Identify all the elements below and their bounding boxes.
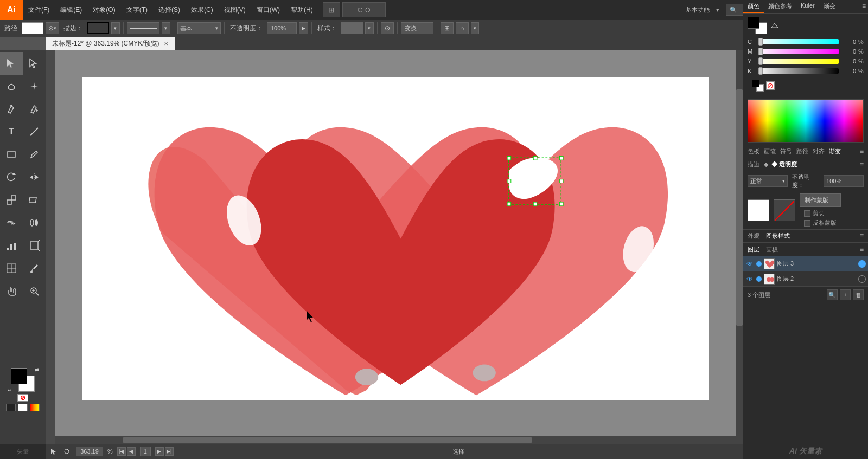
next-page-btn[interactable]: ▶	[155, 447, 164, 456]
pencil-tool-btn[interactable]	[23, 143, 46, 166]
c-slider[interactable]	[758, 39, 839, 44]
tab-brush[interactable]: 画笔	[764, 147, 776, 156]
tab-kuler[interactable]: Kuler	[796, 0, 819, 13]
layer2-lock[interactable]	[848, 275, 856, 283]
appear-panel-menu-btn[interactable]: ≡	[860, 232, 864, 240]
column-chart-btn[interactable]	[0, 234, 23, 257]
arrange-icon-btn[interactable]: ⊞	[441, 22, 454, 34]
opacity-input[interactable]: 100%	[824, 175, 864, 187]
tab-path[interactable]: 路径	[796, 147, 808, 156]
tab-align[interactable]: 对齐	[813, 147, 825, 156]
y-slider[interactable]	[758, 59, 839, 64]
document-tab[interactable]: 未标题-12* @ 363.19% (CMYK/预览) ✕	[46, 37, 175, 50]
direct-select-tool-btn[interactable]	[23, 52, 46, 75]
zoom-level-box[interactable]: 363.19	[76, 447, 103, 456]
tab-color-ref[interactable]: 颜色参考	[764, 0, 796, 13]
tab-graphic-styles[interactable]: 图形样式	[766, 232, 790, 240]
layers-panel-menu-btn[interactable]: ≡	[860, 245, 864, 254]
tab-color[interactable]: 颜色	[743, 0, 764, 13]
magic-wand-tool-btn[interactable]	[23, 75, 46, 98]
zoom-btn[interactable]	[23, 280, 46, 302]
menu-help[interactable]: 帮助(H)	[285, 0, 318, 20]
page-number-box[interactable]: 1	[140, 447, 151, 456]
tab-layers[interactable]: 图层	[748, 245, 760, 254]
menu-effect[interactable]: 效果(C)	[186, 0, 219, 20]
foreground-swatch[interactable]	[11, 368, 27, 384]
stroke-color-box[interactable]	[87, 22, 109, 34]
gradient-swatch[interactable]	[30, 404, 40, 411]
none-color-swatch[interactable]: ⊘	[766, 81, 775, 90]
slice-btn[interactable]	[0, 257, 23, 280]
h-scroll-thumb[interactable]	[123, 437, 531, 443]
menu-select[interactable]: 选择(S)	[153, 0, 186, 20]
add-anchor-tool-btn[interactable]	[23, 98, 46, 120]
menu-type[interactable]: 文字(T)	[121, 0, 153, 20]
menu-file[interactable]: 文件(F)	[23, 0, 55, 20]
style-box[interactable]	[341, 22, 363, 34]
pen-tool-btn[interactable]	[0, 98, 23, 120]
warp-tool-btn[interactable]	[0, 211, 23, 234]
line-tool-btn[interactable]	[23, 120, 46, 143]
vertical-scrollbar[interactable]	[736, 50, 743, 444]
eyedropper-btn[interactable]	[23, 257, 46, 280]
canvas-area[interactable]	[55, 50, 736, 444]
horizontal-scrollbar[interactable]	[55, 436, 736, 444]
opacity-value[interactable]: 100%	[267, 22, 297, 34]
extension-btn[interactable]: ⊞	[323, 2, 340, 17]
tab-gradient-top[interactable]: 渐变	[819, 0, 840, 13]
transparency-toggle[interactable]: ◆ 透明度	[771, 160, 797, 169]
c-thumb[interactable]	[758, 38, 763, 46]
v-scroll-thumb[interactable]	[736, 89, 743, 326]
transform-box[interactable]: 变换	[401, 22, 433, 34]
prev-page-btn[interactable]: ◀	[127, 447, 136, 456]
last-page-btn[interactable]: ▶|	[165, 447, 174, 456]
layer2-visibility-btn[interactable]: 👁	[745, 275, 754, 283]
search-layer-btn[interactable]: 🔍	[827, 289, 838, 300]
arrange-options-btn[interactable]: ▾	[471, 22, 479, 34]
tab-symbol[interactable]: 符号	[780, 147, 792, 156]
black-color-swatch[interactable]	[752, 80, 760, 87]
blend-mode-dropdown[interactable]: 正常 ▾	[748, 175, 788, 187]
fg-color-box[interactable]	[748, 17, 760, 29]
layer3-lock[interactable]	[848, 260, 856, 268]
tab-appearance[interactable]: 外观	[748, 232, 760, 240]
k-slider[interactable]	[758, 68, 839, 74]
rect-tool-btn[interactable]	[0, 143, 23, 166]
tab-swatch[interactable]: 色板	[748, 147, 760, 156]
opacity-stepper[interactable]: ▶	[299, 22, 308, 34]
none-swatch[interactable]: ⊘	[17, 394, 28, 402]
invert-checkbox[interactable]	[804, 220, 810, 227]
color-spectrum[interactable]	[748, 99, 864, 143]
style-options-btn[interactable]: ▾	[365, 22, 374, 34]
fill-options-btn[interactable]: ⊘ ▾	[46, 22, 59, 34]
layer3-target[interactable]	[858, 260, 866, 268]
type-tool-btn[interactable]: T	[0, 120, 23, 143]
y-thumb[interactable]	[758, 57, 763, 65]
arrange-btn[interactable]: ⬡ ⬡	[342, 2, 386, 17]
add-layer-btn[interactable]: +	[840, 289, 851, 300]
mask-white-swatch[interactable]	[748, 199, 769, 221]
trans-panel-menu-btn[interactable]: ≡	[860, 161, 864, 169]
tab-close-btn[interactable]: ✕	[164, 41, 168, 47]
mask-none-swatch[interactable]	[774, 199, 795, 221]
stroke-options-btn[interactable]: ▾	[111, 22, 120, 34]
layer-row-2[interactable]: 👁 图层 2	[743, 271, 868, 287]
black-swatch[interactable]	[6, 404, 16, 411]
stroke-style-preview[interactable]	[127, 22, 159, 34]
lasso-tool-btn[interactable]	[0, 75, 23, 98]
free-transform-tool-btn[interactable]	[23, 189, 46, 211]
blend-mode-select[interactable]: 基本 ▾	[177, 22, 221, 34]
first-page-btn[interactable]: |◀	[117, 447, 126, 456]
layer3-visibility-btn[interactable]: 👁	[745, 260, 754, 268]
delete-layer-btn[interactable]: 🗑	[853, 289, 864, 300]
white-swatch[interactable]	[18, 404, 28, 411]
circle-style-btn[interactable]: ⊙	[381, 22, 394, 34]
clip-checkbox[interactable]	[804, 210, 810, 217]
k-thumb[interactable]	[758, 67, 763, 75]
tab-gradient[interactable]: 渐变	[829, 147, 841, 156]
swap-colors-btn[interactable]: ⇄	[35, 367, 39, 373]
panel-menu-btn2[interactable]: ≡	[860, 147, 864, 156]
make-mask-btn[interactable]: 制作蒙版	[800, 193, 841, 207]
m-slider[interactable]	[758, 49, 839, 54]
selection-tool-btn[interactable]	[0, 52, 23, 75]
